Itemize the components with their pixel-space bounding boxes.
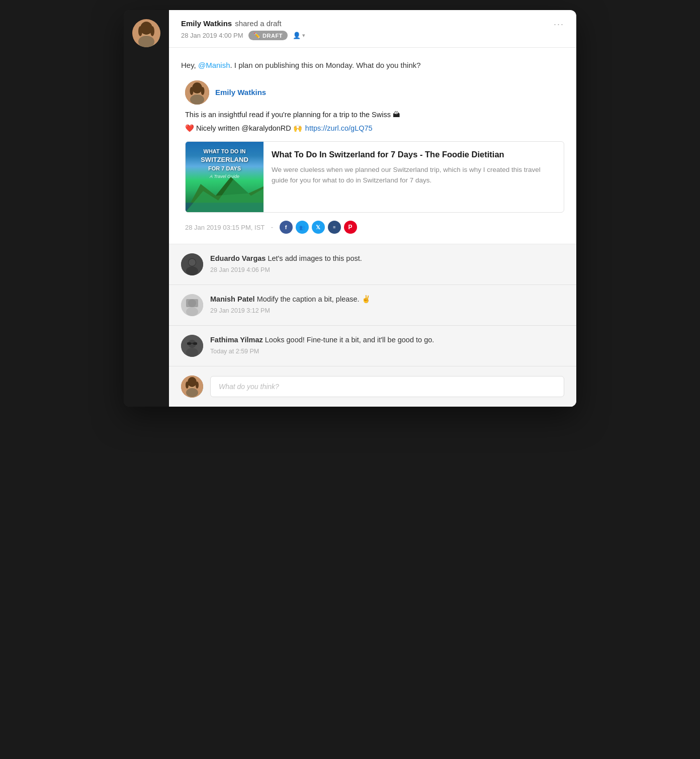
comment-text-3: Fathima Yilmaz Looks good! Fine-tune it … [210, 335, 564, 346]
buffer-icon[interactable]: ≡ [328, 221, 341, 234]
shared-author-name: Emily Watkins [215, 88, 266, 97]
sidebar [124, 10, 169, 407]
svg-point-32 [186, 388, 198, 397]
svg-point-33 [188, 377, 197, 387]
reply-input[interactable] [210, 376, 564, 397]
comment-body-3: Fathima Yilmaz Looks good! Fine-tune it … [210, 335, 564, 355]
shared-post-text-line2: ❤️ Nicely written @karalydonRD 🙌 https:/… [185, 123, 564, 134]
draft-label: DRAFT [262, 33, 283, 39]
shared-post-footer: 28 Jan 2019 03:15 PM, IST - f 👥 𝕏 [185, 221, 564, 234]
comment-body-1: Eduardo Vargas Let's add images to this … [210, 253, 564, 273]
comment-timestamp-3: Today at 2:59 PM [210, 348, 564, 355]
comment-content-3: Looks good! Fine-tune it a bit, and it'l… [265, 336, 434, 344]
post-timestamp: 28 Jan 2019 4:00 PM [181, 32, 243, 39]
shared-author-row: Emily Watkins [185, 80, 564, 105]
shared-post-date: 28 Jan 2019 03:15 PM, IST [185, 224, 265, 231]
svg-point-22 [186, 307, 198, 316]
main-content: Emily Watkins shared a draft 28 Jan 2019… [169, 10, 576, 407]
social-icons-row: f 👥 𝕏 ≡ P [280, 221, 357, 234]
current-user-avatar [132, 19, 160, 47]
current-user-avatar-small [181, 375, 203, 398]
post-header-left: Emily Watkins shared a draft 28 Jan 2019… [181, 19, 305, 40]
twitter-icon[interactable]: 𝕏 [312, 221, 325, 234]
draft-badge[interactable]: ✏️ DRAFT [248, 31, 288, 40]
svg-rect-23 [186, 299, 198, 307]
svg-point-26 [186, 348, 198, 357]
fathima-avatar [181, 335, 203, 357]
shared-post-text-line1: This is an insightful read if you're pla… [185, 110, 564, 121]
svg-point-18 [186, 266, 198, 275]
dropdown-icon: ▾ [302, 32, 305, 39]
article-info: What To Do In Switzerland for 7 Days - T… [264, 142, 564, 212]
article-title: What To Do In Switzerland for 7 Days - T… [272, 149, 556, 160]
svg-point-35 [196, 382, 199, 389]
person-icon: 👤 [293, 32, 301, 39]
thumbnail-text: WHAT TO DO IN SWITZERLAND FOR 7 DAYS [201, 148, 248, 172]
comment-item: Eduardo Vargas Let's add images to this … [169, 244, 576, 285]
comments-section: Eduardo Vargas Let's add images to this … [169, 244, 576, 407]
comment-body-2: Manish Patel Modify the caption a bit, p… [210, 294, 564, 314]
comment-content-1: Let's add images to this post. [268, 254, 362, 262]
svg-point-9 [192, 82, 202, 93]
post-caption: Hey, @Manish. I plan on publishing this … [181, 60, 564, 71]
facebook-icon[interactable]: f [280, 221, 293, 234]
shared-author-avatar [185, 80, 209, 105]
post-header: Emily Watkins shared a draft 28 Jan 2019… [169, 10, 576, 48]
comment-item: Fathima Yilmaz Looks good! Fine-tune it … [169, 326, 576, 366]
svg-point-2 [138, 36, 154, 47]
reply-row [169, 366, 576, 407]
more-options-button[interactable]: ··· [554, 19, 564, 30]
svg-point-5 [150, 26, 154, 36]
article-card[interactable]: WHAT TO DO IN SWITZERLAND FOR 7 DAYS A T… [185, 141, 564, 213]
comment-text-1: Eduardo Vargas Let's add images to this … [210, 253, 564, 264]
post-header-title: Emily Watkins shared a draft [181, 19, 305, 28]
group-icon[interactable]: 👥 [296, 221, 309, 234]
shared-post-card: Emily Watkins This is an insightful read… [185, 80, 564, 234]
manish-avatar [181, 294, 203, 316]
svg-point-11 [201, 87, 205, 95]
svg-rect-27 [187, 342, 191, 345]
share-button[interactable]: 👤 ▾ [293, 32, 305, 39]
comment-item: Manish Patel Modify the caption a bit, p… [169, 285, 576, 326]
eduardo-avatar [181, 253, 203, 275]
edit-icon: ✏️ [253, 32, 261, 39]
post-body: Hey, @Manish. I plan on publishing this … [169, 48, 576, 244]
svg-point-4 [138, 26, 142, 36]
app-container: Emily Watkins shared a draft 28 Jan 2019… [124, 10, 576, 407]
mention-manish: @Manish [198, 61, 230, 69]
comment-timestamp-2: 29 Jan 2019 3:12 PM [210, 307, 564, 314]
pinterest-icon[interactable]: P [344, 221, 357, 234]
svg-point-10 [190, 87, 194, 95]
post-meta-row: 28 Jan 2019 4:00 PM ✏️ DRAFT 👤 ▾ [181, 31, 305, 40]
footer-separator: - [271, 223, 273, 232]
comment-timestamp-1: 28 Jan 2019 4:06 PM [210, 266, 564, 273]
comment-author-2: Manish Patel [210, 295, 255, 303]
post-action-text: shared a draft [235, 19, 282, 28]
comment-content-2: Modify the caption a bit, please. ✌️ [257, 295, 371, 303]
shared-text-prefix: ❤️ Nicely written @karalydonRD 🙌 [185, 123, 302, 134]
svg-rect-28 [193, 342, 197, 345]
article-description: We were clueless when we planned our Swi… [272, 165, 556, 185]
comment-author-3: Fathima Yilmaz [210, 336, 263, 344]
comment-author-1: Eduardo Vargas [210, 254, 266, 262]
svg-point-19 [189, 259, 196, 266]
comment-text-2: Manish Patel Modify the caption a bit, p… [210, 294, 564, 305]
avatar-image [132, 19, 160, 47]
article-link[interactable]: https://zurl.co/gLQ75 [305, 123, 373, 134]
svg-point-8 [190, 94, 204, 105]
svg-point-34 [186, 382, 189, 389]
post-author-name: Emily Watkins [181, 19, 232, 28]
article-thumbnail: WHAT TO DO IN SWITZERLAND FOR 7 DAYS A T… [186, 142, 264, 212]
